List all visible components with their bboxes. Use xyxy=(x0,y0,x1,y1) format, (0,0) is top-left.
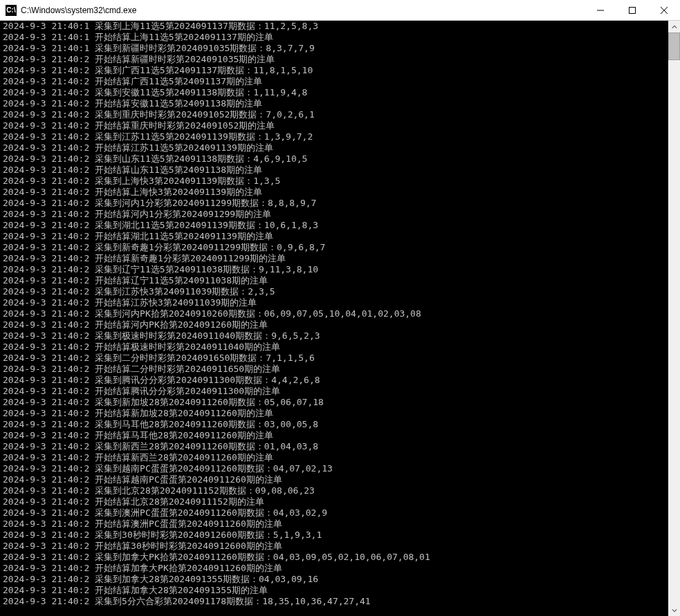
terminal-line: 2024-9-3 21:40:2 采集到极速时时彩第20240911040期数据… xyxy=(3,330,668,342)
maximize-icon xyxy=(629,7,636,14)
terminal-line: 2024-9-3 21:40:2 采集到山东11选5第24091138期数据：4… xyxy=(3,153,668,165)
close-button[interactable] xyxy=(648,0,680,20)
terminal-line: 2024-9-3 21:40:1 开始结算上海11选5第2024091137期的… xyxy=(3,32,668,43)
terminal-line: 2024-9-3 21:40:2 采集到5分六合彩第2024091178期数据：… xyxy=(3,596,668,607)
terminal-line: 2024-9-3 21:40:2 采集到加拿大PK拾第20240911260期数… xyxy=(3,552,668,563)
terminal-line: 2024-9-3 21:40:2 采集到湖北11选5第2024091139期数据… xyxy=(3,220,668,231)
terminal-line: 2024-9-3 21:40:2 采集到腾讯分分彩第20240911300期数据… xyxy=(3,375,668,386)
terminal-line: 2024-9-3 21:40:2 采集到新奇趣1分彩第20240911299期数… xyxy=(3,242,668,253)
close-icon xyxy=(661,7,668,14)
terminal-line: 2024-9-3 21:40:2 开始结算新加坡28第20240911260期的… xyxy=(3,408,668,419)
terminal-line: 2024-9-3 21:40:2 开始结算河内PK拾第2024091260期的注… xyxy=(3,319,668,330)
terminal-line: 2024-9-3 21:40:2 采集到广西11选5第24091137期数据：1… xyxy=(3,65,668,76)
terminal-line: 2024-9-3 21:40:2 开始结算安徽11选5第24091138期的注单 xyxy=(3,98,668,109)
terminal-line: 2024-9-3 21:40:2 采集到安徽11选5第24091138期数据：1… xyxy=(3,87,668,98)
terminal-line: 2024-9-3 21:40:2 采集到辽宁11选5第240911038期数据：… xyxy=(3,264,668,275)
terminal-line: 2024-9-3 21:40:2 开始结算二分时时彩第20240911650期的… xyxy=(3,364,668,375)
terminal-line: 2024-9-3 21:40:2 采集到马耳他28第20240911260期数据… xyxy=(3,419,668,430)
terminal-line: 2024-9-3 21:40:1 采集到上海11选5第2024091137期数据… xyxy=(3,21,668,32)
terminal-line: 2024-9-3 21:40:2 开始结算河内1分彩第2024091299期的注… xyxy=(3,209,668,220)
terminal-line: 2024-9-3 21:40:2 开始结算腾讯分分彩第20240911300期的… xyxy=(3,386,668,397)
terminal-line: 2024-9-3 21:40:2 采集到30秒时时彩第20240912600期数… xyxy=(3,530,668,541)
terminal-line: 2024-9-3 21:40:2 开始结算30秒时时彩第20240912600期… xyxy=(3,541,668,552)
terminal-line: 2024-9-3 21:40:2 采集到重庆时时彩第2024091052期数据：… xyxy=(3,109,668,120)
minimize-icon xyxy=(597,7,604,14)
terminal-line: 2024-9-3 21:40:2 采集到河内1分彩第20240911299期数据… xyxy=(3,198,668,209)
terminal-line: 2024-9-3 21:40:2 开始结算加拿大28第2024091355期的注… xyxy=(3,585,668,596)
scroll-up-button[interactable] xyxy=(668,21,680,32)
terminal-line: 2024-9-3 21:40:2 采集到新加坡28第20240911260期数据… xyxy=(3,397,668,408)
terminal-line: 2024-9-3 21:40:2 开始结算湖北11选5第2024091139期的… xyxy=(3,231,668,242)
terminal-line: 2024-9-3 21:40:2 开始结算加拿大PK拾第20240911260期… xyxy=(3,563,668,574)
window-controls xyxy=(585,0,680,20)
terminal-output[interactable]: 2024-9-3 21:40:1 采集到上海11选5第2024091137期数据… xyxy=(0,21,668,616)
terminal-line: 2024-9-3 21:40:2 开始结算越南PC蛋蛋第20240911260期… xyxy=(3,474,668,485)
terminal-line: 2024-9-3 21:40:2 采集到越南PC蛋蛋第20240911260期数… xyxy=(3,463,668,474)
terminal-line: 2024-9-3 21:40:2 采集到加拿大28第2024091355期数据：… xyxy=(3,574,668,585)
terminal-line: 2024-9-3 21:40:2 开始结算重庆时时彩第2024091052期的注… xyxy=(3,120,668,131)
terminal-line: 2024-9-3 21:40:2 开始结算澳洲PC蛋蛋第20240911260期… xyxy=(3,519,668,530)
terminal-line: 2024-9-3 21:40:2 采集到北京28第20240911152期数据：… xyxy=(3,485,668,496)
content-area: 2024-9-3 21:40:1 采集到上海11选5第2024091137期数据… xyxy=(0,21,680,616)
terminal-line: 2024-9-3 21:40:2 开始结算新疆时时彩第2024091035期的注… xyxy=(3,54,668,65)
scroll-track[interactable] xyxy=(668,32,680,604)
terminal-line: 2024-9-3 21:40:2 开始结算极速时时彩第20240911040期的… xyxy=(3,342,668,353)
terminal-line: 2024-9-3 21:40:2 开始结算江苏11选5第2024091139期的… xyxy=(3,142,668,153)
scroll-thumb[interactable] xyxy=(668,32,680,60)
terminal-line: 2024-9-3 21:40:2 采集到二分时时彩第2024091650期数据：… xyxy=(3,353,668,364)
svg-rect-1 xyxy=(630,7,636,13)
cmd-window: C:\ C:\Windows\system32\cmd.exe 2024-9-3… xyxy=(0,0,680,616)
terminal-line: 2024-9-3 21:40:2 开始结算马耳他28第20240911260期的… xyxy=(3,430,668,441)
scroll-down-button[interactable] xyxy=(668,604,680,616)
vertical-scrollbar[interactable] xyxy=(668,21,680,616)
maximize-button[interactable] xyxy=(616,0,648,20)
terminal-line: 2024-9-3 21:40:2 开始结算北京28第20240911152期的注… xyxy=(3,496,668,507)
terminal-line: 2024-9-3 21:40:2 开始结算辽宁11选5第240911038期的注… xyxy=(3,275,668,286)
cmd-icon: C:\ xyxy=(6,5,17,16)
window-title: C:\Windows\system32\cmd.exe xyxy=(21,6,585,15)
terminal-line: 2024-9-3 21:40:2 开始结算广西11选5第24091137期的注单 xyxy=(3,76,668,87)
terminal-line: 2024-9-3 21:40:2 采集到澳洲PC蛋蛋第20240911260期数… xyxy=(3,507,668,519)
terminal-line: 2024-9-3 21:40:2 开始结算新西兰28第20240911260期的… xyxy=(3,452,668,463)
terminal-line: 2024-9-3 21:40:2 采集到河内PK拾第20240910260期数据… xyxy=(3,308,668,319)
chevron-down-icon xyxy=(672,608,677,613)
terminal-line: 2024-9-3 21:40:2 采集到江苏11选5第2024091139期数据… xyxy=(3,131,668,142)
title-bar[interactable]: C:\ C:\Windows\system32\cmd.exe xyxy=(0,0,680,21)
terminal-line: 2024-9-3 21:40:2 采集到新西兰28第20240911260期数据… xyxy=(3,441,668,452)
terminal-line: 2024-9-3 21:40:2 开始结算新奇趣1分彩第20240911299期… xyxy=(3,253,668,264)
terminal-line: 2024-9-3 21:40:2 采集到江苏快3第240911039期数据：2,… xyxy=(3,286,668,297)
terminal-line: 2024-9-3 21:40:2 开始结算江苏快3第240911039期的注单 xyxy=(3,297,668,308)
terminal-line: 2024-9-3 21:40:2 采集到上海快3第2024091139期数据：1… xyxy=(3,176,668,187)
terminal-line: 2024-9-3 21:40:1 采集到新疆时时彩第2024091035期数据：… xyxy=(3,43,668,54)
terminal-line: 2024-9-3 21:40:2 开始结算上海快3第2024091139期的注单 xyxy=(3,187,668,198)
chevron-up-icon xyxy=(672,24,677,30)
terminal-line: 2024-9-3 21:40:2 开始结算山东11选5第24091138期的注单 xyxy=(3,165,668,176)
minimize-button[interactable] xyxy=(585,0,616,20)
